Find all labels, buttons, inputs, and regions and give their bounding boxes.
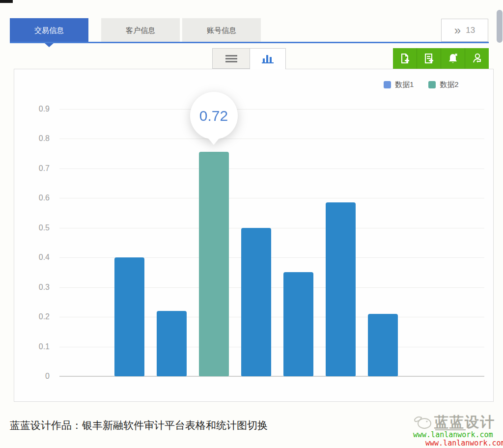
switch-user-button[interactable] [465,48,489,69]
user-return-icon [471,52,483,65]
vertical-scrollbar-thumb[interactable] [497,10,503,43]
y-tick-label: 0.8 [17,133,50,144]
list-icon [225,54,237,64]
tab-account-info[interactable]: 账号信息 [182,18,261,43]
brand-url-red[interactable]: www.lanlanwork.com [425,439,503,448]
y-tick-label: 0.9 [17,104,50,114]
y-tick-label: 0 [17,371,50,382]
gridline [59,109,484,110]
bar-1[interactable] [114,257,144,376]
brand-logo-icon [412,413,434,432]
tab-underline [10,42,489,43]
add-file-icon [399,53,411,64]
chart-panel: 数据1 数据2 00.10.20.30.40.50.60.70.80.9 0.7… [14,69,494,402]
tab-transaction-info[interactable]: 交易信息 [10,18,88,43]
gridline [59,168,484,169]
tab-overflow-pager[interactable]: » 13 [441,19,488,42]
double-chevron-icon: » [454,25,461,36]
bar-chart-icon [262,55,274,63]
tab-overflow-count: 13 [466,26,475,35]
bar-6[interactable] [326,202,356,376]
y-tick-label: 0.5 [17,223,50,233]
y-tick-label: 0.1 [17,341,50,352]
gridline [59,139,484,139]
y-tick-label: 0.7 [17,163,50,174]
y-tick-label: 0.6 [17,193,50,203]
add-note-icon [423,53,435,64]
bar-3[interactable] [199,152,229,376]
brand-url-green[interactable]: www.lanlanwork.com [413,430,493,439]
gridline [59,228,484,228]
footer-caption: 蓝蓝设计作品：银丰新融软件审计平台表格和统计图切换 [10,419,268,432]
tooltip-bubble: 0.72 [190,92,238,140]
gridline [59,198,484,198]
tooltip-value: 0.72 [199,108,228,124]
bar-5[interactable] [283,272,313,376]
list-view-button[interactable] [212,48,250,69]
bar-4[interactable] [241,228,271,377]
tab-bar: 交易信息 客户信息 账号信息 [10,18,489,43]
add-note-button[interactable] [417,48,441,69]
screenshot-artifact-strip [0,0,13,3]
y-tick-label: 0.4 [17,252,50,263]
active-tab-pointer [45,43,54,47]
bar-2[interactable] [157,311,187,376]
y-tick-label: 0.3 [17,282,50,293]
mute-alerts-button[interactable] [441,48,465,69]
y-tick-label: 0.2 [17,311,50,322]
value-tooltip: 0.72 [190,92,238,145]
plot-area: 00.10.20.30.40.50.60.70.80.9 [14,69,494,402]
tooltip-tail [207,137,221,145]
tab-customer-info[interactable]: 客户信息 [101,18,180,43]
bar-7[interactable] [368,314,398,376]
bell-mute-icon [447,52,459,65]
chart-view-button[interactable] [250,48,286,69]
action-toolbar [393,48,489,69]
add-file-button[interactable] [393,48,417,69]
